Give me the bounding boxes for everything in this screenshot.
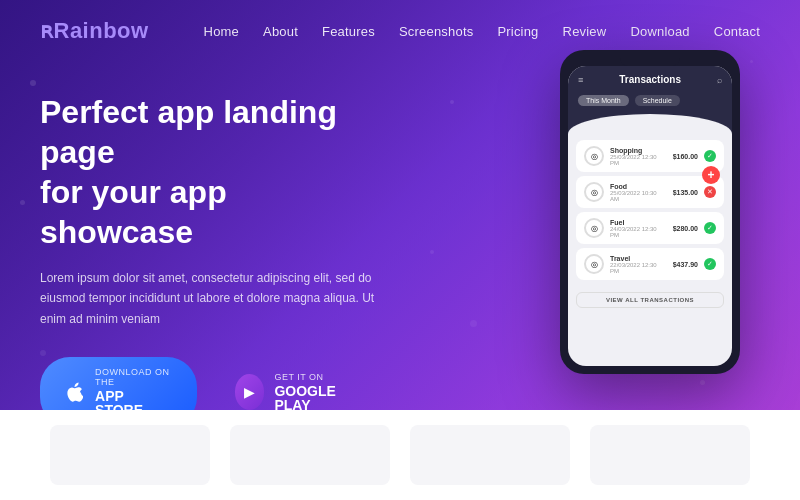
appstore-sublabel: DOWNLOAD ON THE [95,367,175,387]
logo-icon: ʀ [40,18,54,43]
app-header-title: Transactions [619,74,681,85]
hamburger-icon: ≡ [578,75,583,85]
bottom-card-1 [50,425,210,485]
tx-date-food: 25/03/2022 10:30 AM [610,190,667,202]
tx-status-shopping: ✓ [704,150,716,162]
tx-name-travel: Travel [610,255,667,262]
tx-date-shopping: 25/03/2022 12:30 PM [610,154,667,166]
tx-amount-travel: $437.90 [673,261,698,268]
bottom-card-4 [590,425,750,485]
view-all-button[interactable]: VIEW ALL TRANSACTIONS [576,292,724,308]
hero-section: ʀRainbow Home About Features Screenshots… [0,0,800,410]
nav-link-contact[interactable]: Contact [714,24,760,39]
nav-item-download[interactable]: Download [630,22,689,40]
nav-item-review[interactable]: Review [563,22,607,40]
bottom-card-2 [230,425,390,485]
appstore-label: APP STORE [95,389,175,410]
bottom-card-3 [410,425,570,485]
filter-schedule[interactable]: Schedule [635,95,680,106]
googleplay-text-block: GET IT ON GOOGLE PLAY [274,372,358,410]
phone-notch [620,58,680,66]
food-icon: ◎ [584,182,604,202]
appstore-button[interactable]: DOWNLOAD ON THE APP STORE [40,357,197,410]
phone-screen: ≡ Transactions ⌕ This Month Schedule + [568,66,732,366]
googleplay-label: GOOGLE PLAY [274,384,358,410]
tx-name-shopping: Shopping [610,147,667,154]
nav-link-about[interactable]: About [263,24,298,39]
play-icon: ▶ [235,374,265,410]
tx-info-fuel: Fuel 24/03/2022 12:30 PM [610,219,667,238]
nav-link-review[interactable]: Review [563,24,607,39]
cloud-wave [568,114,732,134]
nav-item-about[interactable]: About [263,22,298,40]
bottom-section [0,410,800,500]
search-icon: ⌕ [717,75,722,85]
app-filter-bar: This Month Schedule [568,91,732,114]
tx-status-food: ✕ [704,186,716,198]
googleplay-sublabel: GET IT ON [274,372,358,382]
nav-link-screenshots[interactable]: Screenshots [399,24,473,39]
hero-title: Perfect app landing page for your app sh… [40,92,380,252]
hero-content: Perfect app landing page for your app sh… [0,62,420,410]
phone-outer: ≡ Transactions ⌕ This Month Schedule + [560,50,740,374]
travel-icon: ◎ [584,254,604,274]
tx-name-food: Food [610,183,667,190]
nav-link-home[interactable]: Home [204,24,239,39]
tx-amount-fuel: $280.00 [673,225,698,232]
nav-link-download[interactable]: Download [630,24,689,39]
tx-amount-shopping: $160.00 [673,153,698,160]
hero-title-line2: for your app showcase [40,174,227,250]
logo: ʀRainbow [40,18,149,44]
fab-button[interactable]: + [702,166,720,184]
tx-info-food: Food 25/03/2022 10:30 AM [610,183,667,202]
tx-amount-food: $135.00 [673,189,698,196]
tx-info-shopping: Shopping 25/03/2022 12:30 PM [610,147,667,166]
nav-link-pricing[interactable]: Pricing [497,24,538,39]
shopping-icon: ◎ [584,146,604,166]
tx-name-fuel: Fuel [610,219,667,226]
filter-this-month[interactable]: This Month [578,95,629,106]
hero-subtitle: Lorem ipsum dolor sit amet, consectetur … [40,268,380,329]
table-row: ◎ Food 25/03/2022 10:30 AM $135.00 ✕ [576,176,724,208]
table-row: ◎ Shopping 25/03/2022 12:30 PM $160.00 ✓ [576,140,724,172]
tx-date-travel: 22/03/2022 12:30 PM [610,262,667,274]
tx-date-fuel: 24/03/2022 12:30 PM [610,226,667,238]
cta-button-group: DOWNLOAD ON THE APP STORE ▶ GET IT ON GO… [40,357,380,410]
tx-status-fuel: ✓ [704,222,716,234]
table-row: ◎ Fuel 24/03/2022 12:30 PM $280.00 ✓ [576,212,724,244]
nav-links: Home About Features Screenshots Pricing … [204,22,760,40]
tx-status-travel: ✓ [704,258,716,270]
appstore-text-block: DOWNLOAD ON THE APP STORE [95,367,175,410]
nav-item-pricing[interactable]: Pricing [497,22,538,40]
logo-text: Rainbow [54,18,149,43]
phone-mockup: ≡ Transactions ⌕ This Month Schedule + [560,50,740,374]
nav-item-home[interactable]: Home [204,22,239,40]
tx-info-travel: Travel 22/03/2022 12:30 PM [610,255,667,274]
nav-item-screenshots[interactable]: Screenshots [399,22,473,40]
nav-item-contact[interactable]: Contact [714,22,760,40]
nav-item-features[interactable]: Features [322,22,375,40]
table-row: ◎ Travel 22/03/2022 12:30 PM $437.90 ✓ [576,248,724,280]
hero-title-line1: Perfect app landing page [40,94,337,170]
googleplay-button[interactable]: ▶ GET IT ON GOOGLE PLAY [213,362,380,410]
apple-icon [62,378,85,406]
nav-link-features[interactable]: Features [322,24,375,39]
fuel-icon: ◎ [584,218,604,238]
wave-fab-container: + [568,114,732,134]
app-header: ≡ Transactions ⌕ [568,66,732,91]
transaction-list: ◎ Shopping 25/03/2022 12:30 PM $160.00 ✓… [568,134,732,290]
